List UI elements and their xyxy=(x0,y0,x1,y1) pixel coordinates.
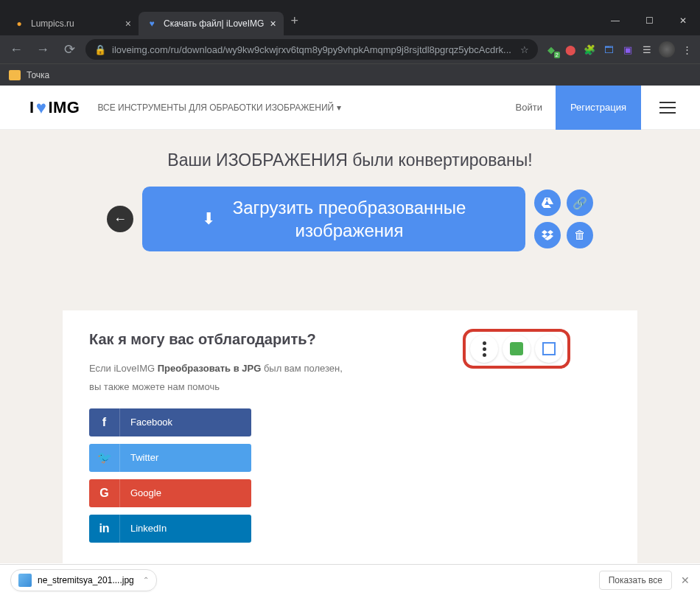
window-controls: — ☐ ✕ xyxy=(598,9,700,32)
close-icon[interactable]: × xyxy=(270,18,276,29)
favicon-iloveimg: ♥ xyxy=(146,18,158,29)
logo-i: I xyxy=(29,98,35,117)
address-bar: ← → ⟳ 🔒 iloveimg.com/ru/download/wy9kw9c… xyxy=(0,35,700,63)
download-line1: Загрузить преобразованные xyxy=(233,196,466,219)
more-actions-button[interactable] xyxy=(470,335,498,363)
close-icon[interactable]: ✕ xyxy=(681,574,690,586)
forward-button[interactable]: → xyxy=(32,39,53,60)
url-text: iloveimg.com/ru/download/wy9kw9ckwjrxv6t… xyxy=(112,44,514,55)
close-button[interactable]: ✕ xyxy=(666,9,700,32)
show-all-button[interactable]: Показать все xyxy=(599,571,672,590)
favicon-lumpics: ● xyxy=(13,18,25,29)
logo-img: IMG xyxy=(48,98,80,117)
extension-icon[interactable]: ◆ xyxy=(544,42,559,57)
linkedin-icon: in xyxy=(89,515,120,543)
google-icon: G xyxy=(89,479,120,507)
resize-icon xyxy=(542,342,556,355)
extension-icon[interactable]: 🧩 xyxy=(582,42,597,57)
tab-lumpics[interactable]: ● Lumpics.ru × xyxy=(6,12,139,35)
hero: Ваши ИЗОБРАЖЕНИЯ были конвертированы! xyxy=(0,130,700,170)
new-tab-button[interactable]: + xyxy=(284,13,307,29)
tab-title: Lumpics.ru xyxy=(31,18,119,29)
heart-icon: ♥ xyxy=(36,97,47,118)
google-label: Google xyxy=(120,487,161,498)
browser-tabs: ● Lumpics.ru × ♥ Скачать файл| iLoveIMG … xyxy=(0,9,700,35)
google-drive-button[interactable] xyxy=(534,189,561,216)
reload-button[interactable]: ⟳ xyxy=(59,39,80,60)
social-buttons: f Facebook 🐦 Twitter G Google in LinkedI… xyxy=(89,408,251,543)
bookmarks-bar: Точка xyxy=(0,63,700,86)
dropbox-icon xyxy=(542,230,553,240)
menu-icon[interactable]: ⋮ xyxy=(679,42,694,57)
download-button[interactable]: ⬇ Загрузить преобразованные изображения xyxy=(142,187,525,251)
side-buttons: 🔗 🗑 xyxy=(534,189,593,248)
hamburger-menu[interactable] xyxy=(653,93,682,122)
tools-menu[interactable]: ВСЕ ИНСТРУМЕНТЫ ДЛЯ ОБРАБОТКИ ИЗОБРАЖЕНИ… xyxy=(97,102,341,113)
download-item[interactable]: ne_stremitsya_201....jpg ⌃ xyxy=(10,569,157,591)
folder-icon xyxy=(9,70,21,80)
tab-iloveimg[interactable]: ♥ Скачать файл| iLoveIMG × xyxy=(139,12,284,35)
actions-highlight xyxy=(463,329,570,369)
extension-icon[interactable]: ▣ xyxy=(620,42,635,57)
bookmark-item[interactable]: Точка xyxy=(27,70,49,80)
star-icon[interactable]: ☆ xyxy=(520,44,529,55)
close-icon[interactable]: × xyxy=(125,18,131,29)
tools-label: ВСЕ ИНСТРУМЕНТЫ ДЛЯ ОБРАБОТКИ ИЗОБРАЖЕНИ… xyxy=(97,102,334,113)
compress-icon xyxy=(510,342,523,355)
facebook-button[interactable]: f Facebook xyxy=(89,408,251,436)
chevron-up-icon[interactable]: ⌃ xyxy=(143,576,149,584)
delete-button[interactable]: 🗑 xyxy=(567,222,593,248)
download-text: Загрузить преобразованные изображения xyxy=(233,196,466,242)
page-content: I ♥ IMG ВСЕ ИНСТРУМЕНТЫ ДЛЯ ОБРАБОТКИ ИЗ… xyxy=(0,86,700,563)
drive-icon xyxy=(542,198,553,208)
profile-avatar[interactable] xyxy=(659,41,675,58)
dropbox-button[interactable] xyxy=(534,222,561,248)
linkedin-button[interactable]: in LinkedIn xyxy=(89,515,251,543)
compress-button[interactable] xyxy=(503,335,531,363)
file-icon xyxy=(18,574,32,587)
login-link[interactable]: Войти xyxy=(503,102,556,113)
reading-list-icon[interactable]: ☰ xyxy=(640,42,654,57)
download-line2: изображения xyxy=(233,219,466,242)
twitter-label: Twitter xyxy=(120,452,158,463)
extension-icon[interactable]: 🗔 xyxy=(601,42,616,57)
back-button[interactable]: ← xyxy=(6,39,27,60)
window-titlebar xyxy=(0,0,700,9)
facebook-label: Facebook xyxy=(120,417,172,428)
linkedin-label: LinkedIn xyxy=(120,523,167,534)
download-shelf: ne_stremitsya_201....jpg ⌃ Показать все … xyxy=(0,564,700,595)
extension-icon[interactable]: ⬤ xyxy=(563,42,578,57)
site-header: I ♥ IMG ВСЕ ИНСТРУМЕНТЫ ДЛЯ ОБРАБОТКИ ИЗ… xyxy=(0,86,700,130)
google-button[interactable]: G Google xyxy=(89,479,251,507)
back-circle-button[interactable]: ← xyxy=(107,206,133,232)
lock-icon: 🔒 xyxy=(94,44,106,55)
twitter-button[interactable]: 🐦 Twitter xyxy=(89,444,251,472)
tab-title: Скачать файл| iLoveIMG xyxy=(164,18,264,29)
download-filename: ne_stremitsya_201....jpg xyxy=(38,575,134,585)
url-field[interactable]: 🔒 iloveimg.com/ru/download/wy9kw9ckwjrxv… xyxy=(85,39,538,60)
minimize-button[interactable]: — xyxy=(598,9,632,32)
page-title: Ваши ИЗОБРАЖЕНИЯ были конвертированы! xyxy=(0,150,700,170)
logo[interactable]: I ♥ IMG xyxy=(29,97,80,118)
thanks-line2: вы также можете нам помочь xyxy=(89,380,611,395)
download-icon: ⬇ xyxy=(202,209,215,229)
twitter-icon: 🐦 xyxy=(89,444,120,472)
register-button[interactable]: Регистрация xyxy=(556,86,641,130)
dots-icon xyxy=(483,341,486,357)
chevron-down-icon: ▾ xyxy=(337,102,341,113)
link-button[interactable]: 🔗 xyxy=(567,189,593,216)
facebook-icon: f xyxy=(89,408,120,436)
extensions: ◆ ⬤ 🧩 🗔 ▣ ☰ ⋮ xyxy=(544,41,694,58)
resize-button[interactable] xyxy=(535,335,563,363)
download-row: ← ⬇ Загрузить преобразованные изображени… xyxy=(0,187,700,251)
maximize-button[interactable]: ☐ xyxy=(632,9,666,32)
